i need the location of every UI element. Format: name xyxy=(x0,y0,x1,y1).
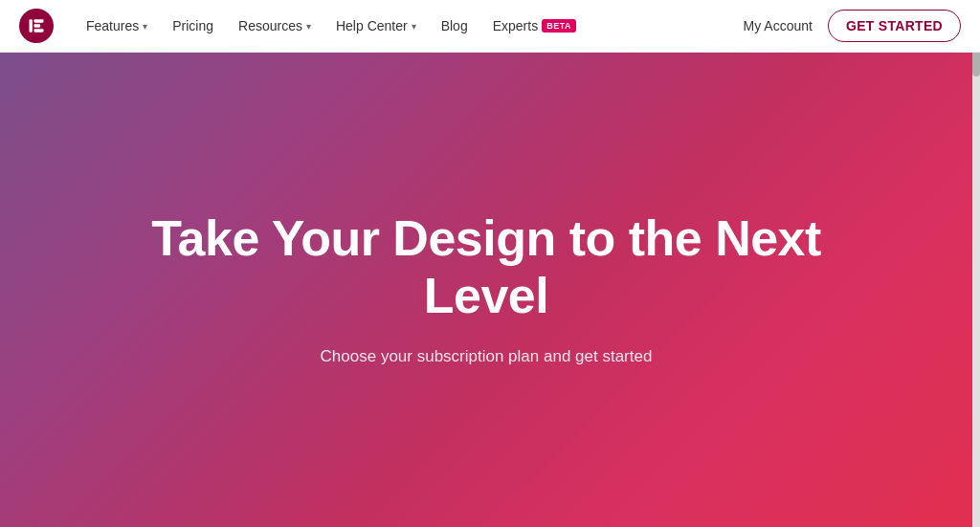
nav-item-features[interactable]: Features ▾ xyxy=(77,12,157,39)
nav-item-blog[interactable]: Blog xyxy=(432,12,478,39)
nav-item-resources[interactable]: Resources ▾ xyxy=(229,12,321,39)
nav-item-experts[interactable]: Experts BETA xyxy=(483,12,586,39)
get-started-button[interactable]: GET STARTED xyxy=(828,10,961,42)
hero-title: Take Your Design to the Next Level xyxy=(151,210,821,325)
navbar-nav: Features ▾ Pricing Resources ▾ Help Cent… xyxy=(77,12,744,39)
chevron-down-icon-3: ▾ xyxy=(412,21,416,32)
nav-label-pricing: Pricing xyxy=(172,18,213,33)
nav-item-help-center[interactable]: Help Center ▾ xyxy=(326,12,426,39)
svg-rect-0 xyxy=(30,19,33,32)
nav-label-resources: Resources xyxy=(238,18,302,33)
beta-badge: BETA xyxy=(542,19,576,33)
svg-rect-1 xyxy=(34,19,44,22)
nav-label-help-center: Help Center xyxy=(336,18,408,33)
scrollbar[interactable] xyxy=(972,0,980,527)
nav-label-experts: Experts xyxy=(493,18,538,33)
chevron-down-icon: ▾ xyxy=(143,21,147,32)
svg-rect-2 xyxy=(34,24,41,27)
hero-section: Take Your Design to the Next Level Choos… xyxy=(0,53,972,527)
nav-item-pricing[interactable]: Pricing xyxy=(163,12,223,39)
svg-rect-3 xyxy=(34,29,44,32)
logo[interactable] xyxy=(19,9,54,43)
navbar-right: My Account GET STARTED xyxy=(744,10,961,42)
nav-label-blog: Blog xyxy=(441,18,468,33)
hero-subtitle: Choose your subscription plan and get st… xyxy=(321,344,653,369)
chevron-down-icon-2: ▾ xyxy=(306,21,311,32)
my-account-link[interactable]: My Account xyxy=(744,18,813,33)
navbar: Features ▾ Pricing Resources ▾ Help Cent… xyxy=(0,0,980,53)
nav-label-features: Features xyxy=(86,18,139,33)
